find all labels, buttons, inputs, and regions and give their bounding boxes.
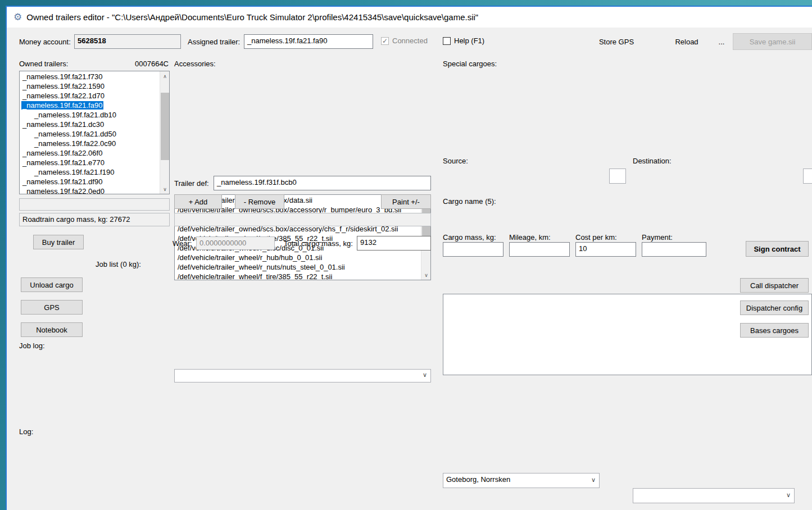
source-combobox[interactable]: Goteborg, Norrsken ∨ (443, 473, 600, 488)
chevron-down-icon[interactable]: ∨ (786, 491, 791, 499)
chevron-down-icon[interactable]: ∨ (423, 371, 427, 379)
store-gps-button[interactable]: Store GPS (591, 34, 642, 49)
mileage-label: Mileage, km: (509, 233, 551, 242)
sign-contract-button[interactable]: Sign contract (746, 241, 809, 257)
job-list-label: Job list (0 kg): (96, 260, 141, 268)
owned-trailer-item[interactable]: _nameless.19f.fa21.dc30 (20, 120, 160, 129)
total-cargo-mass-field[interactable]: 9132 (357, 236, 431, 251)
help-label: Help (F1) (454, 37, 484, 45)
money-account-label: Money account: (19, 38, 71, 46)
owned-extra-field (19, 198, 170, 211)
owned-trailer-item[interactable]: _nameless.19f.fa21.e770 (20, 158, 160, 167)
owned-trailer-item[interactable]: _nameless.19f.fa21.f190 (20, 167, 160, 177)
log-label: Log: (19, 427, 33, 436)
owned-trailer-item[interactable]: _nameless.19f.fa21.dd50 (20, 129, 160, 139)
owned-trailer-item[interactable]: _nameless.19f.fa21.f730 (20, 72, 160, 81)
source-extra-field[interactable] (609, 169, 626, 184)
scroll-down-icon[interactable]: ∨ (421, 270, 431, 280)
client-area: Money account: 5628518 Assigned trailer:… (7, 28, 812, 510)
total-cargo-mass-label: Total cargo mass, kg: (284, 239, 353, 248)
bases-cargoes-button[interactable]: Bases cargoes (740, 323, 809, 338)
money-account-field[interactable]: 5628518 (74, 34, 181, 49)
window-title: Owned trailers editor - "C:\Users\Андрей… (26, 12, 478, 22)
owned-trailer-item[interactable]: _nameless.19f.fa22.1d70 (20, 91, 160, 101)
trailer-def-field[interactable]: _nameless.19f.f31f.bcb0 (214, 176, 431, 190)
owned-trailer-item[interactable]: _nameless.19f.fa22.06f0 (20, 148, 160, 158)
special-cargoes-label: Special cargoes: (443, 60, 497, 68)
connected-label: Connected (392, 37, 428, 45)
title-bar: ⚙ Owned trailers editor - "C:\Users\Андр… (7, 7, 812, 28)
paint-button[interactable]: Paint +/- (381, 194, 431, 209)
roadtrain-cargo-mass-field: Roadtrain cargo mass, kg: 27672 (19, 213, 170, 226)
help-checkbox[interactable]: Help (F1) (443, 37, 484, 45)
source-label: Source: (443, 157, 468, 165)
accessory-item[interactable]: /def/vehicle/trailer_wheel/r_nuts/nuts_s… (175, 262, 421, 272)
gps-button[interactable]: GPS (21, 300, 83, 315)
accessory-item[interactable]: /def/vehicle/trailer_wheel/r_hub/hub_0_0… (175, 253, 421, 262)
owned-trailers-list[interactable]: _nameless.19f.fa21.f730 _nameless.19f.fa… (19, 71, 170, 194)
dispatcher-config-button[interactable]: Dispatcher config (740, 300, 809, 315)
more-button[interactable]: ... (712, 34, 731, 49)
payment-field[interactable] (642, 242, 706, 257)
owned-trailer-item[interactable]: _nameless.19f.fa22.0c90 (20, 139, 160, 148)
owned-trailer-item[interactable]: _nameless.19f.fa22.0ed0 (20, 186, 160, 194)
unload-cargo-button[interactable]: Unload cargo (21, 277, 83, 292)
payment-label: Payment: (642, 233, 673, 242)
owned-trailers-hash: 0007664C (119, 60, 169, 68)
reload-button[interactable]: Reload (667, 34, 706, 49)
owned-trailers-label: Owned trailers: (19, 60, 68, 68)
remove-button[interactable]: - Remove (235, 194, 284, 209)
job-log-label: Job log: (19, 341, 45, 350)
trailer-def-label: Trailer def: (174, 179, 209, 188)
cargo-mass-label: Cargo mass, kg: (443, 233, 496, 242)
connected-checkbox: Connected (381, 37, 428, 45)
accessory-item[interactable]: /def/vehicle/trailer_wheel/f_tire/385_55… (175, 272, 421, 280)
chevron-down-icon[interactable]: ∨ (591, 476, 596, 484)
scroll-down-icon[interactable]: ∨ (160, 184, 170, 194)
wear-field: 0.0000000000 (196, 236, 275, 250)
owned-trailers-scrollbar[interactable]: ∧ ∨ (160, 71, 169, 194)
cargo-name-label: Cargo name (5): (443, 197, 496, 206)
wear-label: Wear: (173, 239, 192, 248)
call-dispatcher-button[interactable]: Call dispatcher (740, 278, 809, 293)
cost-per-km-field[interactable]: 10 (575, 242, 636, 257)
mileage-field[interactable] (509, 242, 570, 257)
owned-trailer-item[interactable]: _nameless.19f.fa21.db10 (20, 110, 160, 120)
buy-trailer-button[interactable]: Buy trailer (33, 235, 84, 249)
cost-per-km-label: Cost per km: (575, 233, 617, 242)
accessory-combobox[interactable]: ∨ (174, 369, 431, 382)
destination-extra-field[interactable] (803, 169, 812, 184)
destination-label: Destination: (633, 157, 672, 165)
owned-trailer-item[interactable]: _nameless.19f.fa21.fa90 (20, 101, 160, 110)
notebook-button[interactable]: Notebook (21, 322, 83, 337)
owned-trailer-item[interactable]: _nameless.19f.fa22.1590 (20, 81, 160, 91)
checkmark-icon (381, 37, 389, 45)
app-window: ⚙ Owned trailers editor - "C:\Users\Андр… (6, 6, 812, 510)
checkbox-icon[interactable] (443, 37, 451, 45)
destination-combobox[interactable]: ∨ (633, 488, 795, 503)
assigned-trailer-field[interactable]: _nameless.19f.fa21.fa90 (244, 34, 373, 49)
add-button[interactable]: + Add (174, 194, 222, 209)
cargo-mass-field[interactable] (443, 242, 503, 257)
owned-trailer-item[interactable]: _nameless.19f.fa21.df90 (20, 177, 160, 186)
assigned-trailer-label: Assigned trailer: (188, 38, 240, 46)
scroll-up-icon[interactable]: ∧ (160, 71, 170, 81)
save-game-button[interactable]: Save game.sii (733, 33, 812, 50)
accessories-label: Accessories: (174, 60, 216, 68)
accessories-extra-field (174, 213, 431, 226)
gear-icon: ⚙ (13, 11, 22, 23)
